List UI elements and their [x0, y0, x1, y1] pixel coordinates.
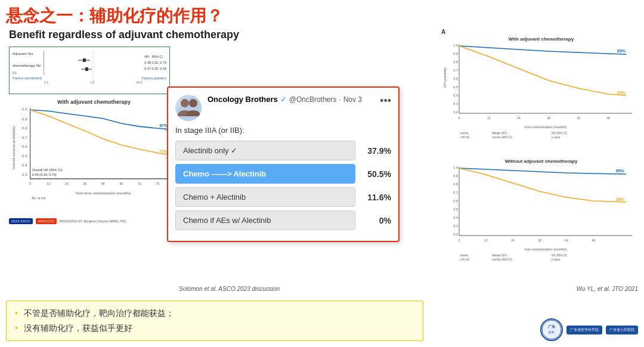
- svg-text:Median DFS,: Median DFS,: [492, 132, 507, 135]
- svg-text:0.6: 0.6: [22, 144, 27, 148]
- svg-text:0.2: 0.2: [453, 233, 458, 236]
- svg-text:events,: events,: [460, 254, 469, 257]
- fp-axis-labels: 0.1: [13, 70, 41, 75]
- option-pct-3: 11.6%: [361, 193, 391, 202]
- svg-point-32: [175, 95, 202, 121]
- svg-text:Overall survival probability: Overall survival probability: [11, 126, 16, 169]
- tweet-verified-icon: ✓: [280, 95, 287, 104]
- svg-text:0: 0: [459, 116, 460, 120]
- svg-text:0.2: 0.2: [453, 110, 458, 114]
- svg-text:42: 42: [577, 116, 580, 120]
- bottom-logos: 广东 医科 广东省医学科学院 广东省人民医院: [540, 318, 638, 341]
- svg-text:DFS probability: DFS probability: [443, 67, 447, 88]
- svg-text:n/N (%): n/N (%): [460, 136, 470, 139]
- svg-text:广东: 广东: [547, 324, 556, 329]
- svg-text:HR (95% CI);: HR (95% CI);: [552, 254, 568, 257]
- citation-wu: Wu YL, et al. JTO 2021: [576, 286, 638, 292]
- option-row-2: Chemo ——> Alectinib 50.5%: [175, 164, 391, 184]
- svg-text:89%: 89%: [617, 49, 626, 53]
- option-chemo-if-aes[interactable]: Chemo if AEs w/ Alectinib: [175, 210, 355, 230]
- svg-text:0.7: 0.7: [453, 191, 458, 194]
- svg-text:24: 24: [517, 116, 521, 120]
- svg-text:58%: 58%: [616, 197, 625, 202]
- svg-text:from randomization (months): from randomization (months): [525, 125, 566, 129]
- svg-text:events,: events,: [460, 132, 469, 135]
- svg-text:0.9: 0.9: [453, 52, 458, 55]
- tweet-card: Oncology Brothers ✓ @OncBrothers · Nov 3…: [167, 86, 400, 242]
- circle-logo: 广东 医科: [540, 318, 563, 341]
- svg-text:48: 48: [592, 238, 595, 242]
- svg-text:0.7: 0.7: [22, 135, 27, 140]
- fp-footer-left: Favors osimertinib: [13, 76, 42, 80]
- svg-text:0.6: 0.6: [453, 77, 458, 80]
- svg-text:42: 42: [565, 238, 568, 242]
- svg-text:0.9: 0.9: [453, 174, 458, 178]
- svg-text:0.5: 0.5: [453, 207, 458, 211]
- fp-row1-vals: 0.48 0.30, 0.79: [144, 60, 166, 66]
- benefit-title: Benefit regardless of adjuvant chemother…: [9, 29, 370, 41]
- svg-text:months (95% CI): months (95% CI): [492, 136, 512, 139]
- svg-text:p value: p value: [552, 136, 561, 139]
- svg-text:1.0: 1.0: [22, 107, 27, 111]
- svg-text:87%: 87%: [159, 123, 167, 128]
- fp-row1-label: Adjuvant Yes: [13, 51, 41, 57]
- svg-text:0.4: 0.4: [22, 163, 27, 167]
- fp-axis-1: 1.0: [90, 80, 94, 84]
- svg-rect-4: [85, 67, 88, 71]
- fp-hr-header: HR 95% CI: [144, 54, 166, 60]
- forest-plot: Adjuvant Yes chemotherapy No 0.1: [9, 47, 170, 94]
- fp-row2-label: chemotherapy No: [13, 63, 41, 69]
- right-km-top: With adjuvant chemotherapy 1.0 0.9 0.8 0…: [441, 36, 641, 153]
- svg-text:0: 0: [459, 238, 460, 242]
- option-pct-4: 0%: [361, 216, 391, 225]
- svg-text:0.8: 0.8: [453, 182, 458, 186]
- option-row-4: Chemo if AEs w/ Alectinib 0%: [175, 210, 391, 230]
- svg-text:77%: 77%: [159, 149, 167, 153]
- asco-year-badge: 2023 ASCO: [9, 218, 33, 224]
- logo-gd-medical: 广东省医学科学院: [566, 326, 602, 334]
- option-chemo-plus-alectinib[interactable]: Chemo + Alectinib: [175, 187, 355, 207]
- option-row-3: Chemo + Alectinib 11.6%: [175, 187, 391, 207]
- svg-text:12: 12: [484, 238, 488, 242]
- svg-text:36: 36: [538, 238, 541, 242]
- svg-text:months (95% CI): months (95% CI): [492, 258, 512, 261]
- svg-point-33: [181, 99, 189, 107]
- tweet-more-button[interactable]: •••: [380, 95, 391, 107]
- svg-text:0.9: 0.9: [22, 117, 27, 121]
- logo2-text: 广东省人民医院: [609, 327, 634, 333]
- right-top-title: With adjuvant chemotherapy: [441, 36, 641, 42]
- tweet-stage-text: In stage IIIA (or IIB):: [175, 126, 391, 135]
- bullet-2: • 没有辅助化疗，获益似乎更好: [15, 321, 414, 336]
- tweet-date: Nov 3: [343, 95, 362, 104]
- svg-text:12: 12: [47, 182, 50, 185]
- option-alectinib-only[interactable]: Alectinib only ✓: [175, 141, 355, 160]
- option-chemo-alectinib[interactable]: Chemo ——> Alectinib: [175, 164, 355, 184]
- svg-text:Median DFS,: Median DFS,: [492, 254, 507, 257]
- svg-text:0.5: 0.5: [453, 85, 458, 89]
- tweet-separator: ·: [339, 95, 340, 104]
- bottom-bullets: • 不管是否辅助化疗，靶向治疗都能获益； • 没有辅助化疗，获益似乎更好: [6, 300, 423, 341]
- asco23-badge: #ASCO23: [36, 218, 57, 224]
- svg-point-34: [189, 99, 197, 107]
- svg-text:医科: 医科: [549, 330, 555, 334]
- asco-badges: 2023 ASCO #ASCO23 PRESENTED BY: Benjamin…: [9, 218, 126, 224]
- fp-axis-2: 10.0: [137, 80, 143, 84]
- tweet-handle: @OncBrothers: [289, 95, 337, 104]
- svg-text:72: 72: [138, 182, 141, 185]
- tweet-name: Oncology Brothers: [208, 95, 278, 104]
- svg-text:0.3: 0.3: [453, 224, 458, 228]
- right-panel: A With adjuvant chemotherapy 1.0 0.9 0.8…: [441, 29, 641, 276]
- option-pct-2: 50.5%: [361, 169, 391, 179]
- fp-row2-vals: 0.47 0.35, 0.63: [144, 66, 166, 72]
- svg-text:Overall HR (95% CI): Overall HR (95% CI): [32, 168, 63, 172]
- chart-a-label: A: [441, 29, 641, 35]
- svg-text:0.8: 0.8: [22, 126, 27, 130]
- fp-footer-right: Favors placebo: [142, 76, 166, 80]
- svg-text:89%: 89%: [616, 169, 625, 173]
- tweet-avatar: [175, 95, 202, 121]
- km-left-chart: With adjuvant chemotherapy 1.0 0.9 0.8 0…: [9, 99, 179, 215]
- km-left-title: With adjuvant chemotherapy: [9, 99, 179, 105]
- svg-text:0.6: 0.6: [453, 199, 458, 203]
- svg-text:36: 36: [83, 182, 86, 185]
- tweet-header: Oncology Brothers ✓ @OncBrothers · Nov 3…: [175, 95, 391, 121]
